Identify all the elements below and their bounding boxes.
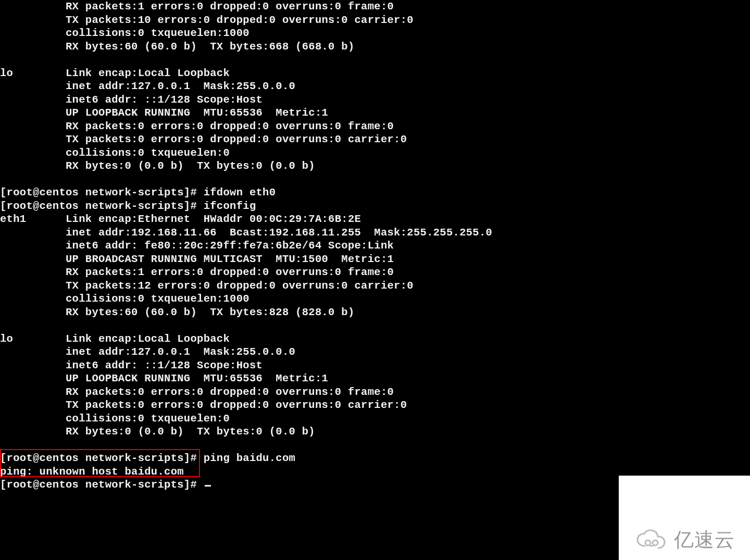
terminal-line: RX bytes:60 (60.0 b) TX bytes:828 (828.0… <box>0 306 750 319</box>
terminal-cursor <box>205 485 211 487</box>
terminal-line: inet addr:127.0.0.1 Mask:255.0.0.0 <box>0 80 750 93</box>
watermark-text: 亿速云 <box>674 527 735 553</box>
terminal-line <box>0 173 750 186</box>
terminal-line: TX packets:10 errors:0 dropped:0 overrun… <box>0 14 750 27</box>
terminal-line <box>0 53 750 67</box>
terminal-line: RX packets:0 errors:0 dropped:0 overruns… <box>0 120 750 133</box>
terminal-line: collisions:0 txqueuelen:0 <box>0 146 750 160</box>
terminal-line: UP LOOPBACK RUNNING MTU:65536 Metric:1 <box>0 106 750 120</box>
terminal-line: RX bytes:60 (60.0 b) TX bytes:668 (668.0… <box>0 40 750 54</box>
terminal-line: inet addr:192.168.11.66 Bcast:192.168.11… <box>0 226 750 240</box>
terminal-line: lo Link encap:Local Loopback <box>0 332 750 346</box>
terminal-line: [root@centos network-scripts]# ifdown et… <box>0 186 750 200</box>
terminal-line: inet addr:127.0.0.1 Mask:255.0.0.0 <box>0 345 750 359</box>
terminal-line: TX packets:0 errors:0 dropped:0 overruns… <box>0 399 750 412</box>
terminal-line: collisions:0 txqueuelen:1000 <box>0 27 750 40</box>
terminal-line: RX packets:0 errors:0 dropped:0 overruns… <box>0 385 750 399</box>
svg-point-1 <box>653 540 658 545</box>
svg-point-0 <box>645 540 651 545</box>
terminal-line: TX packets:12 errors:0 dropped:0 overrun… <box>0 279 750 293</box>
terminal-line: inet6 addr: ::1/128 Scope:Host <box>0 93 750 107</box>
watermark: 亿速云 <box>619 476 750 560</box>
terminal-line: [root@centos network-scripts]# ifconfig <box>0 200 750 213</box>
terminal-line: lo Link encap:Local Loopback <box>0 67 750 80</box>
terminal-line: inet6 addr: ::1/128 Scope:Host <box>0 359 750 372</box>
terminal-line: RX bytes:0 (0.0 b) TX bytes:0 (0.0 b) <box>0 159 750 173</box>
terminal-line: [root@centos network-scripts]# ping baid… <box>0 452 750 465</box>
terminal-line <box>0 319 750 332</box>
terminal-line: RX packets:1 errors:0 dropped:0 overruns… <box>0 0 750 14</box>
terminal-line: RX bytes:0 (0.0 b) TX bytes:0 (0.0 b) <box>0 425 750 439</box>
terminal-line: RX packets:1 errors:0 dropped:0 overruns… <box>0 266 750 279</box>
terminal-line: UP LOOPBACK RUNNING MTU:65536 Metric:1 <box>0 372 750 385</box>
terminal-line: collisions:0 txqueuelen:1000 <box>0 292 750 306</box>
cloud-icon <box>634 529 668 550</box>
terminal-line <box>0 439 750 452</box>
terminal-line: inet6 addr: fe80::20c:29ff:fe7a:6b2e/64 … <box>0 239 750 253</box>
terminal-line: UP BROADCAST RUNNING MULTICAST MTU:1500 … <box>0 253 750 266</box>
terminal-line: collisions:0 txqueuelen:0 <box>0 412 750 426</box>
terminal-output[interactable]: RX packets:1 errors:0 dropped:0 overruns… <box>0 0 750 492</box>
terminal-line: TX packets:0 errors:0 dropped:0 overruns… <box>0 133 750 146</box>
terminal-line: eth1 Link encap:Ethernet HWaddr 00:0C:29… <box>0 213 750 226</box>
